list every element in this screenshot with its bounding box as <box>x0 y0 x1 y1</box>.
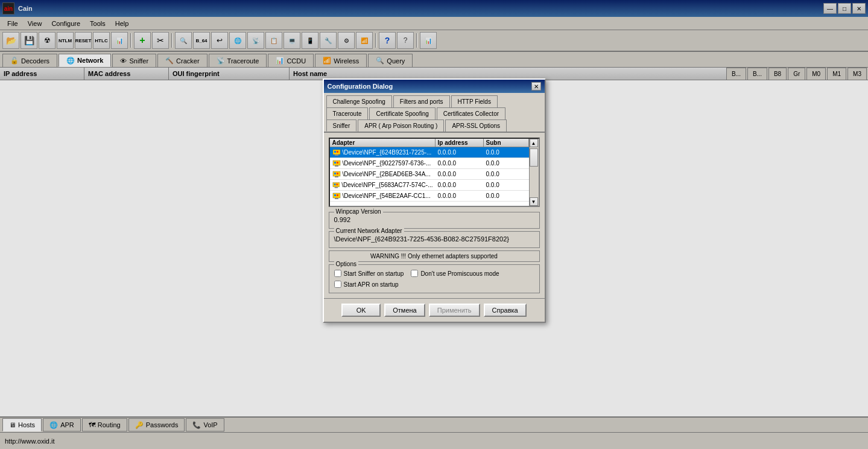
dialog-tabs-row3: Sniffer APR ( Arp Poison Routing ) APR-S… <box>324 119 545 133</box>
tab-http-fields[interactable]: HTTP Fields <box>451 95 498 107</box>
tab-certs-collector[interactable]: Certificates Collector <box>437 107 505 119</box>
svg-rect-13 <box>334 183 335 185</box>
adapter-cell-ip-0: 0.0.0.0 <box>436 148 484 156</box>
svg-rect-14 <box>336 183 338 185</box>
dialog-title-bar: Configuration Dialog ✕ <box>324 80 545 93</box>
sniffer-startup-checkbox[interactable] <box>334 270 341 277</box>
tab-filters-ports[interactable]: Filters and ports <box>393 95 450 107</box>
dialog-tabs-row2: Traceroute Certificate Spoofing Certific… <box>324 107 545 119</box>
cancel-button[interactable]: Отмена <box>384 304 425 317</box>
dialog-buttons: OK Отмена Применить Справка <box>324 298 545 322</box>
promiscuous-label[interactable]: Don't use Promiscuous mode <box>420 270 499 277</box>
svg-rect-15 <box>334 186 337 188</box>
adapter-table: Adapter Ip address Subn <box>329 138 540 207</box>
network-adapter-value: \Device\NPF_{624B9231-7225-4536-B082-8C2… <box>334 234 534 244</box>
adapter-cell-name-2: \Device\NPF_{2BEAD6EB-34A... <box>330 170 436 179</box>
svg-rect-18 <box>337 194 338 196</box>
help-button[interactable]: Справка <box>484 304 527 317</box>
adapter-cell-name-1: \Device\NPF_{90227597-6736-... <box>330 159 436 168</box>
adapter-icon-1 <box>332 159 341 168</box>
apply-button[interactable]: Применить <box>429 304 480 317</box>
sniffer-startup-label[interactable]: Start Sniffer on startup <box>344 270 404 277</box>
svg-rect-10 <box>337 173 338 174</box>
apr-startup-row: Start APR on startup <box>334 281 534 288</box>
adapter-row-2[interactable]: \Device\NPF_{2BEAD6EB-34A... 0.0.0.0 0.0… <box>330 169 529 180</box>
adapter-row-3[interactable]: \Device\NPF_{5683AC77-574C-... 0.0.0.0 0… <box>330 180 529 191</box>
adapter-col-header-ip: Ip address <box>436 139 484 147</box>
dialog-content: Adapter Ip address Subn <box>324 135 545 298</box>
svg-rect-17 <box>334 194 336 196</box>
svg-rect-7 <box>335 165 338 167</box>
svg-rect-9 <box>334 173 336 174</box>
adapter-col-header-sub: Subn <box>484 139 529 147</box>
network-adapter-group: Current Network Adapter \Device\NPF_{624… <box>329 231 540 248</box>
adapter-scrollbar[interactable]: ▲ ▼ <box>529 139 539 206</box>
winpcap-version-group: Winpcap Version 0.992 <box>329 212 540 229</box>
adapter-icon-3 <box>332 181 340 189</box>
adapter-table-header: Adapter Ip address Subn <box>330 139 529 147</box>
adapter-cell-sub-4: 0.0.0 <box>484 192 529 200</box>
svg-rect-1 <box>334 151 336 153</box>
svg-rect-11 <box>335 176 338 177</box>
promiscuous-checkbox[interactable] <box>411 270 418 277</box>
adapter-cell-ip-2: 0.0.0.0 <box>436 170 484 178</box>
options-group-label: Options <box>334 261 358 267</box>
adapter-row-1[interactable]: \Device\NPF_{90227597-6736-... 0.0.0.0 0… <box>330 158 529 169</box>
network-adapter-group-label: Current Network Adapter <box>334 228 404 234</box>
tab-sniffer-config[interactable]: Sniffer <box>326 119 357 132</box>
tab-cert-spoofing[interactable]: Certificate Spoofing <box>369 107 435 119</box>
apr-startup-label[interactable]: Start APR on startup <box>344 281 399 288</box>
adapter-cell-name-0: \Device\NPF_{624B9231-7225-... <box>330 148 436 158</box>
winpcap-group-label: Winpcap Version <box>334 208 383 215</box>
adapter-row-0[interactable]: \Device\NPF_{624B9231-7225-... 0.0.0.0 0… <box>330 147 529 158</box>
tab-challenge-spoofing[interactable]: Challenge Spoofing <box>326 95 392 107</box>
dialog-title-text: Configuration Dialog <box>328 83 393 90</box>
adapter-cell-name-4: \Device\NPF_{54BE2AAF-CC1... <box>330 191 436 201</box>
ok-button[interactable]: OK <box>341 304 381 317</box>
svg-rect-3 <box>335 154 338 156</box>
adapter-cell-ip-1: 0.0.0.0 <box>436 159 484 167</box>
adapter-rows: Adapter Ip address Subn <box>330 139 529 202</box>
options-checkboxes: Start Sniffer on startup Don't use Promi… <box>334 267 534 279</box>
config-dialog: Configuration Dialog ✕ Challenge Spoofin… <box>323 78 546 323</box>
svg-rect-2 <box>337 151 338 153</box>
adapter-cell-sub-3: 0.0.0 <box>484 181 529 189</box>
adapter-icon-4 <box>332 192 341 200</box>
adapter-icon-2 <box>332 170 341 179</box>
adapter-cell-name-3: \Device\NPF_{5683AC77-574C-... <box>330 180 436 190</box>
winpcap-version-value: 0.992 <box>334 215 534 224</box>
svg-rect-6 <box>337 162 338 164</box>
apr-startup-checkbox[interactable] <box>334 281 341 288</box>
adapter-cell-ip-4: 0.0.0.0 <box>436 192 484 200</box>
sniffer-startup-row: Start Sniffer on startup <box>334 270 404 277</box>
adapter-col-header-name: Adapter <box>330 139 436 147</box>
adapter-cell-ip-3: 0.0.0.0 <box>436 181 484 189</box>
dialog-tabs-row1: Challenge Spoofing Filters and ports HTT… <box>324 93 545 107</box>
dialog-close-button[interactable]: ✕ <box>531 82 541 91</box>
adapter-table-wrapper: Adapter Ip address Subn <box>330 139 539 206</box>
options-group: Options Start Sniffer on startup Don't u… <box>329 264 540 293</box>
adapter-row-4[interactable]: \Device\NPF_{54BE2AAF-CC1... 0.0.0.0 0.0… <box>330 191 529 202</box>
tab-traceroute[interactable]: Traceroute <box>326 107 369 119</box>
svg-rect-5 <box>334 162 336 164</box>
modal-overlay: Configuration Dialog ✕ Challenge Spoofin… <box>0 0 868 449</box>
adapter-cell-sub-1: 0.0.0 <box>484 159 529 167</box>
svg-rect-19 <box>335 198 338 199</box>
tab-apr[interactable]: APR ( Arp Poison Routing ) <box>358 119 444 132</box>
adapter-icon-0 <box>332 148 341 157</box>
warning-bar: WARNING !!! Only ethernet adapters suppo… <box>329 250 540 262</box>
tab-apr-ssl[interactable]: APR-SSL Options <box>445 119 507 132</box>
adapter-cell-sub-0: 0.0.0 <box>484 148 529 156</box>
adapter-cell-sub-2: 0.0.0 <box>484 170 529 178</box>
promiscuous-row: Don't use Promiscuous mode <box>411 270 499 277</box>
